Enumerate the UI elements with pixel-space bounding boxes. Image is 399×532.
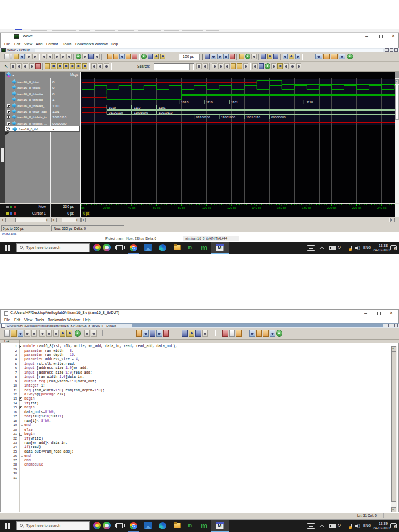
svg-text:01100100: 01100100 (109, 111, 123, 114)
svg-text:00000000: 00000000 (271, 115, 286, 119)
svg-text:160 ps: 160 ps (277, 206, 286, 209)
svg-text:1010: 1010 (181, 100, 189, 104)
svg-text:01100100: 01100100 (196, 115, 211, 119)
svg-text:40 ps: 40 ps (128, 206, 135, 209)
svg-text:200 ps: 200 ps (327, 206, 337, 209)
svg-text:220 ps: 220 ps (352, 206, 362, 209)
svg-text:0 ps: 0 ps (81, 206, 85, 209)
svg-text:1110: 1110 (306, 100, 313, 104)
svg-text:1101: 1101 (158, 105, 166, 109)
svg-text:1110: 1110 (134, 105, 140, 109)
svg-text:120 ps: 120 ps (227, 206, 236, 209)
svg-text:100 ps: 100 ps (202, 206, 211, 209)
svg-text:1110: 1110 (206, 100, 213, 104)
svg-text:20 ps: 20 ps (103, 206, 110, 209)
svg-text:180 ps: 180 ps (302, 206, 312, 209)
svg-text:80 ps: 80 ps (178, 206, 185, 209)
svg-text:140 ps: 140 ps (252, 206, 261, 209)
svg-text:11001000: 11001000 (134, 111, 148, 114)
svg-text:10010110: 10010110 (158, 111, 173, 114)
svg-text:1101: 1101 (231, 100, 238, 104)
svg-text:10010110: 10010110 (246, 115, 261, 119)
svg-text:240 ps: 240 ps (377, 206, 387, 209)
svg-text:1010: 1010 (109, 105, 116, 109)
svg-text:60 ps: 60 ps (153, 206, 160, 209)
svg-text:11001000: 11001000 (221, 115, 236, 119)
